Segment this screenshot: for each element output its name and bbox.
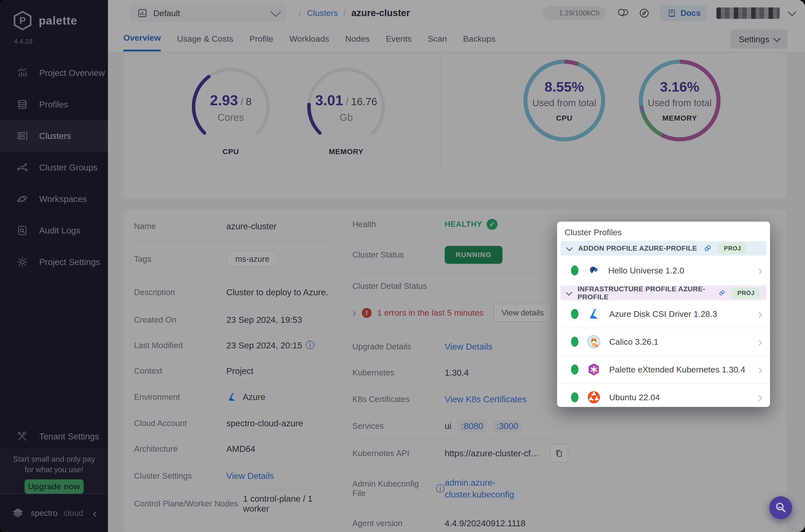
- profile-pack-row-palette-extended-kubernetes[interactable]: Palette eXtended Kubernetes 1.30.4 ›: [557, 356, 770, 384]
- calico-icon: [587, 335, 601, 349]
- pxk-icon: [587, 362, 601, 376]
- panel-title: Cluster Profiles: [557, 222, 770, 237]
- profile-pack-row-ubuntu[interactable]: Ubuntu 22.04 ›: [557, 384, 770, 411]
- ubuntu-icon: [587, 390, 601, 404]
- hello-universe-icon: [587, 264, 600, 277]
- link-icon: [704, 244, 712, 253]
- scope-badge: PROJ: [732, 288, 760, 299]
- chevron-down-icon: [566, 244, 573, 251]
- chevron-right-icon: ›: [758, 394, 763, 401]
- status-dot-green: [571, 364, 578, 375]
- status-dot-green: [571, 266, 578, 276]
- link-icon: [718, 289, 726, 297]
- chevron-down-icon: [566, 289, 572, 295]
- azure-icon: [587, 307, 601, 321]
- chevron-right-icon: ›: [758, 366, 763, 373]
- chevron-right-icon: ›: [758, 338, 763, 345]
- chevron-right-icon: ›: [758, 267, 763, 274]
- addon-profile-section-header[interactable]: ADDON PROFILE AZURE-PROFILE PROJ: [560, 241, 767, 255]
- scope-badge: PROJ: [718, 243, 746, 254]
- status-dot-green: [571, 309, 578, 319]
- status-dot-green: [571, 392, 578, 402]
- cluster-profiles-panel: Cluster Profiles ADDON PROFILE AZURE-PRO…: [557, 222, 770, 407]
- profile-pack-row-hello-universe[interactable]: Hello Universe 1.2.0 ›: [557, 255, 770, 286]
- profile-pack-row-calico[interactable]: Calico 3.26.1 ›: [557, 328, 770, 356]
- status-dot-green: [571, 337, 578, 347]
- profile-pack-row-azure-disk-csi[interactable]: Azure Disk CSI Driver 1.28.3 ›: [557, 300, 770, 328]
- chevron-right-icon: ›: [758, 310, 763, 317]
- infrastructure-profile-section-header[interactable]: INFRASTRUCTURE PROFILE AZURE-PROFILE PRO…: [560, 286, 767, 300]
- help-search-fab[interactable]: [769, 496, 792, 519]
- app-window: P palette 4.4.19 Project Overview Profil…: [0, 0, 805, 532]
- search-smile-icon: [774, 501, 788, 515]
